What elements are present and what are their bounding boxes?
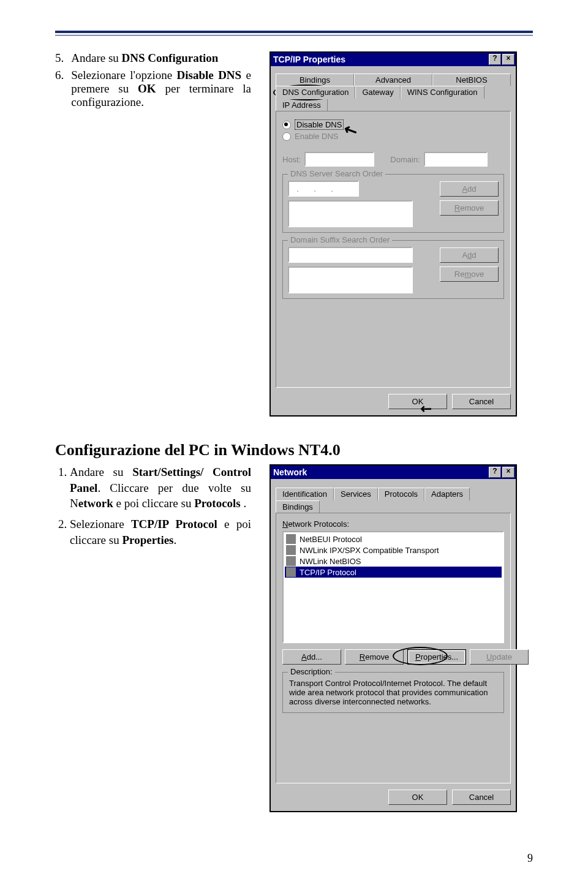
step-text: Andare su Start/Settings/ Control Panel.…: [70, 464, 251, 511]
protocol-icon: [286, 534, 296, 544]
step-number: 6.: [55, 69, 64, 109]
step-text: Andare su DNS Configuration: [71, 51, 218, 65]
tcpip-properties-dialog: TCP/IP Properties ? × Bindings Advanced …: [270, 51, 517, 417]
suffix-list[interactable]: [288, 266, 413, 293]
help-icon[interactable]: ?: [489, 54, 501, 65]
tab-protocols[interactable]: Protocols: [378, 488, 424, 501]
radio-dot-icon: [282, 121, 291, 129]
page-number: 9: [527, 852, 533, 865]
suffix-input[interactable]: [288, 247, 413, 263]
cancel-button[interactable]: Cancel: [452, 394, 511, 409]
step-text: Selezionare l'opzione Disable DNS e prem…: [71, 69, 251, 109]
tab-ip-address[interactable]: IP Address: [276, 99, 328, 111]
annotation-circle: [393, 647, 448, 665]
add-button[interactable]: Add: [440, 247, 499, 263]
ok-button[interactable]: OK: [388, 790, 447, 805]
update-button[interactable]: Update: [470, 649, 529, 665]
ip-input[interactable]: ...: [288, 181, 359, 197]
window-title: Network: [273, 467, 307, 477]
add-button[interactable]: Add...: [282, 649, 341, 665]
group-label: DNS Server Search Order: [288, 169, 385, 178]
section-heading: Configurazione del PC in Windows NT4.0: [55, 441, 533, 459]
label: Description:: [288, 667, 335, 676]
list-item[interactable]: TCP/IP Protocol: [285, 567, 502, 578]
domain-input[interactable]: [424, 152, 488, 167]
host-input[interactable]: [304, 152, 374, 167]
protocol-icon: [286, 556, 296, 566]
add-button[interactable]: AAdddd: [440, 181, 499, 197]
tab-bindings[interactable]: Bindings: [276, 500, 320, 513]
tab-identification[interactable]: Identification: [276, 488, 334, 500]
tab-gateway[interactable]: Gateway: [355, 86, 400, 99]
tab-netbios[interactable]: NetBIOS: [432, 74, 511, 86]
step-number: 5.: [55, 51, 64, 65]
remove-button[interactable]: Remove: [440, 266, 499, 282]
tab-adapters[interactable]: Adapters: [424, 488, 470, 500]
list-item[interactable]: NWLink NetBIOS: [285, 556, 502, 567]
help-icon[interactable]: ?: [489, 467, 501, 478]
cancel-button[interactable]: Cancel: [452, 790, 511, 805]
close-icon[interactable]: ×: [502, 467, 514, 478]
label: Network Protocols:: [282, 519, 504, 529]
list-item[interactable]: NWLink IPX/SPX Compatible Transport: [285, 545, 502, 556]
tab-advanced[interactable]: Advanced: [354, 74, 432, 86]
protocol-icon: [286, 545, 296, 555]
radio-label: Enable DNS: [295, 132, 339, 141]
label: Host:: [282, 155, 301, 164]
radio-disable-dns[interactable]: Disable DNS ↖: [282, 119, 504, 130]
dns-list[interactable]: [288, 200, 413, 227]
list-item[interactable]: NetBEUI Protocol: [285, 534, 502, 545]
tab-bindings[interactable]: Bindings: [276, 74, 354, 86]
radio-enable-dns[interactable]: Enable DNS: [282, 132, 504, 141]
tab-dns-configuration[interactable]: DNS Configuration: [276, 86, 355, 99]
group-label: Domain Suffix Search Order: [288, 235, 392, 244]
network-dialog: Network ? × Identification Services Prot…: [270, 464, 517, 812]
close-icon[interactable]: ×: [502, 54, 514, 65]
titlebar[interactable]: TCP/IP Properties ? ×: [271, 53, 516, 66]
description-text: Transport Control Protocol/Internet Prot…: [289, 679, 488, 706]
tab-wins-configuration[interactable]: WINS Configuration: [401, 86, 484, 99]
label: Domain:: [390, 155, 420, 164]
radio-label: Disable DNS: [295, 119, 344, 130]
window-title: TCP/IP Properties: [273, 55, 345, 64]
remove-button[interactable]: Remove: [440, 200, 499, 216]
radio-dot-icon: [282, 132, 291, 141]
tab-services[interactable]: Services: [334, 488, 378, 500]
titlebar[interactable]: Network ? ×: [271, 466, 516, 479]
header-rule: [55, 31, 533, 36]
protocol-listbox[interactable]: NetBEUI Protocol NWLink IPX/SPX Compatib…: [282, 531, 504, 643]
protocol-icon: [286, 567, 296, 577]
step-text: Selezionare TCP/IP Protocol e poi clicca…: [70, 516, 251, 548]
description-box: Description: Transport Control Protocol/…: [282, 672, 504, 713]
